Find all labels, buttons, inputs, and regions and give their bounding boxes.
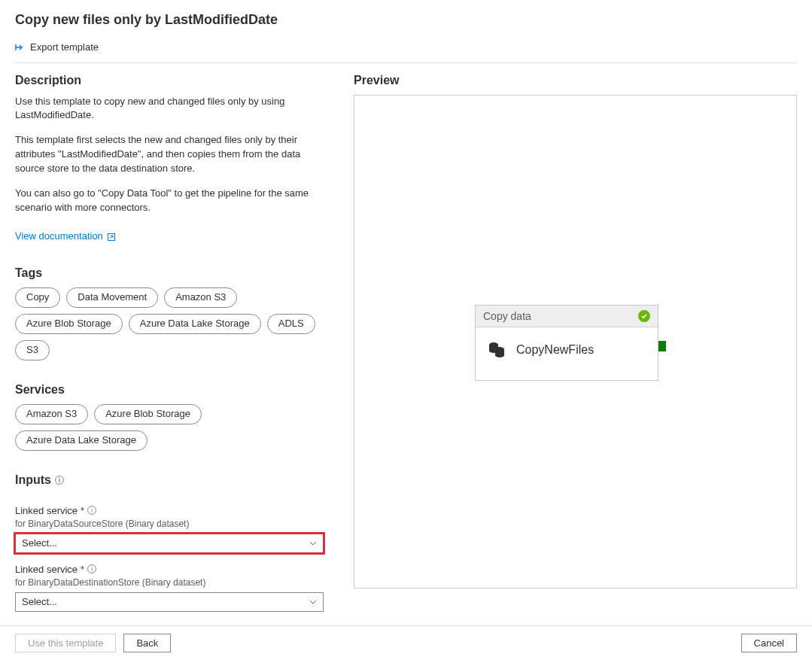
- export-template-label: Export template: [30, 41, 99, 53]
- activity-connector-handle[interactable]: [658, 341, 666, 351]
- preview-heading: Preview: [354, 74, 797, 87]
- tags-heading: Tags: [15, 266, 324, 280]
- select-placeholder: Select...: [22, 537, 57, 549]
- external-link-icon: [107, 233, 116, 242]
- info-icon: i: [55, 476, 64, 485]
- export-icon: [15, 42, 26, 53]
- info-icon: i: [87, 506, 96, 515]
- preview-canvas: Copy data: [354, 95, 797, 589]
- service-pill: Azure Data Lake Storage: [15, 430, 147, 451]
- linked-service-destination-hint: for BinaryDataDestinationStore (Binary d…: [15, 577, 324, 588]
- linked-service-destination-group: Linked service * i for BinaryDataDestina…: [15, 564, 324, 612]
- tag-pill: Amazon S3: [164, 287, 237, 308]
- linked-service-label: Linked service: [15, 505, 78, 516]
- description-para-1: Use this template to copy new and change…: [15, 95, 324, 123]
- tag-pill: Data Movement: [66, 287, 158, 308]
- activity-type-label: Copy data: [483, 310, 531, 322]
- view-documentation-link[interactable]: View documentation: [15, 230, 116, 244]
- chevron-down-icon: [309, 541, 317, 546]
- description-heading: Description: [15, 74, 324, 87]
- tag-pill: Azure Blob Storage: [15, 314, 123, 334]
- tag-pill: Copy: [15, 287, 60, 308]
- linked-service-source-hint: for BinaryDataSourceStore (Binary datase…: [15, 519, 324, 529]
- info-icon: i: [87, 564, 96, 573]
- inputs-heading: Inputs i: [15, 473, 64, 487]
- database-icon: [488, 341, 506, 359]
- description-text: Use this template to copy new and change…: [15, 95, 324, 245]
- service-pill: Amazon S3: [15, 404, 88, 424]
- linked-service-source-group: Linked service * i for BinaryDataSourceS…: [15, 505, 324, 553]
- description-para-3: You can also go to "Copy Data Tool" to g…: [15, 187, 324, 215]
- service-pill: Azure Blob Storage: [94, 404, 202, 424]
- header-divider: [15, 62, 797, 63]
- linked-service-source-select[interactable]: Select...: [15, 534, 324, 553]
- view-documentation-label: View documentation: [15, 230, 103, 244]
- services-heading: Services: [15, 383, 324, 397]
- page-title: Copy new files only by LastModifiedDate: [15, 12, 797, 28]
- copy-activity-card[interactable]: Copy data: [475, 305, 658, 381]
- check-circle-icon: [638, 310, 650, 322]
- tag-pill: S3: [15, 340, 50, 360]
- activity-name-label: CopyNewFiles: [516, 343, 594, 357]
- chevron-down-icon: [309, 600, 317, 604]
- required-asterisk: *: [81, 564, 84, 575]
- linked-service-destination-select[interactable]: Select...: [15, 592, 324, 612]
- required-asterisk: *: [81, 505, 84, 516]
- export-template-link[interactable]: Export template: [15, 41, 99, 53]
- linked-service-label: Linked service: [15, 564, 78, 575]
- tag-pill: Azure Data Lake Storage: [129, 314, 261, 334]
- select-placeholder: Select...: [22, 596, 57, 607]
- tag-pill: ADLS: [267, 314, 315, 334]
- description-para-2: This template first selects the new and …: [15, 133, 324, 176]
